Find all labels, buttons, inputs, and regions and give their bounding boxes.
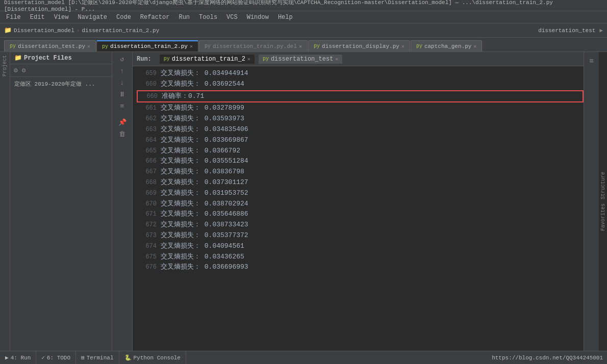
left-sidebar: Project [0,52,10,351]
favorites-label[interactable]: Favorites [600,201,606,233]
list-btn[interactable]: ≡ [119,101,126,111]
left-sidebar-icon1[interactable]: Project [1,54,9,77]
title-text: Dissertation_model [D:\定做区\2019-2020年定做\… [4,0,603,12]
status-python-console[interactable]: 🐍 Python Console [119,351,186,365]
scroll-down-btn[interactable]: ↓ [119,78,126,88]
status-todo[interactable]: ✓ 6: TODO [36,351,76,365]
line-number: 665 [139,146,157,156]
menu-vcs[interactable]: VCS [222,13,242,22]
line-text: 交叉熵损失： 0.035551284 [161,156,248,167]
pause-btn[interactable]: ⏸ [117,90,127,99]
menu-window[interactable]: Window [243,13,273,22]
status-todo-label: 6: TODO [47,355,70,361]
run-side-panel: ↺ ↑ ↓ ⏸ ≡ 📌 🗑 [112,52,133,351]
console-line: 663交叉熵损失： 0.034835406 [137,124,584,135]
toolbar-gear-btn[interactable]: ⚙ [20,65,28,75]
line-text: 交叉熵损失： 0.033669867 [161,135,248,146]
right-sidebar-icon1[interactable]: ≡ [588,56,594,66]
line-text: 交叉熵损失： 0.031953752 [161,188,248,199]
menu-edit[interactable]: Edit [26,13,49,22]
right-file-tab[interactable]: dissertation_test [538,28,595,34]
run-tab-test[interactable]: py dissertation_test ✕ [259,55,342,64]
project-content-text[interactable]: 定做区 2019-2020年定做 ... [10,79,112,89]
run-tab-close2[interactable]: ✕ [335,56,338,62]
line-number: 661 [139,103,157,113]
pin-btn[interactable]: 📌 [117,117,128,127]
line-number: 659 [139,69,157,79]
run-tab-train2[interactable]: py dissertation_train_2 ✕ [160,55,255,64]
line-number: 675 [139,252,157,262]
current-file[interactable]: dissertation_train_2.py [82,28,159,34]
console-line: 675交叉熵损失： 0.03436265 [137,252,584,263]
menu-code[interactable]: Code [112,13,135,22]
line-text: 交叉熵损失： 0.035377372 [161,230,248,241]
menu-view[interactable]: View [50,13,73,22]
title-bar: Dissertation_model [D:\定做区\2019-2020年定做\… [0,0,607,11]
console-line: 661交叉熵损失： 0.03278999 [137,103,584,114]
tab-close-2[interactable]: ✕ [190,43,193,49]
project-icon: 📁 [4,27,12,34]
rerun-btn[interactable]: ↺ [119,54,126,64]
tab-captcha-gen[interactable]: py captcha_gen.py ✕ [411,40,482,51]
structure-label[interactable]: Structure [600,170,606,201]
tab-close-5[interactable]: ✕ [473,43,476,49]
status-url[interactable]: https://blog.csdn.net/QQ344245001 [492,355,603,361]
trash-btn[interactable]: 🗑 [117,129,127,139]
path-separator: › [77,28,80,34]
main-layout: Project 📁 Project Files ⚙ ⚙ 定做区 2019-202… [0,52,607,351]
run-tab-label2: dissertation_test [271,56,333,63]
line-number: 669 [139,189,157,198]
tab-close-4[interactable]: ✕ [401,43,404,49]
run-tab-close1[interactable]: ✕ [247,56,250,62]
right-sidebar: ≡ [584,52,599,351]
right-file-arrow: ▶ [599,27,603,34]
structure-sidebar: Structure Favorites [599,52,607,351]
console-line: 664交叉熵损失： 0.033669867 [137,135,584,146]
console-output[interactable]: 659交叉熵损失： 0.034944914660交叉熵损失： 0.0369254… [133,66,584,351]
console-line: 667交叉熵损失： 0.03836798 [137,167,584,177]
line-text: 交叉熵损失： 0.034835406 [161,124,248,135]
scroll-up-btn[interactable]: ↑ [119,66,126,76]
line-number: 660 [140,92,158,101]
tab-dissertation-test[interactable]: py dissertation_test.py ✕ [4,40,96,51]
console-line: 662交叉熵损失： 0.03593973 [137,114,584,124]
menu-file[interactable]: File [2,13,25,22]
project-name[interactable]: Dissertation_model [14,28,74,34]
console-line: 665交叉熵损失： 0.0366792 [137,146,584,157]
console-line: 676交叉熵损失： 0.036696993 [137,262,584,273]
line-text: 交叉熵损失： 0.03278999 [161,103,244,114]
terminal-icon: ⊞ [81,354,85,361]
line-text: 交叉熵损失： 0.034944914 [161,68,248,79]
project-toolbar: ⚙ ⚙ [10,64,112,77]
tab-dissertation-train2[interactable]: py dissertation_train_2.py ✕ [96,40,198,51]
tab-close-3[interactable]: ✕ [299,43,302,49]
todo-icon: ✓ [41,354,45,361]
run-tab-label1: dissertation_train_2 [172,56,245,63]
menu-run[interactable]: Run [174,13,194,22]
status-python-console-label: Python Console [134,355,181,361]
line-number: 674 [139,242,157,251]
status-terminal[interactable]: ⊞ Terminal [76,351,119,365]
line-text: 交叉熵损失： 0.037301127 [161,177,248,188]
tab-label-3: dissertation_train.py.del [213,43,297,49]
status-run[interactable]: ▶ 4: Run [0,351,36,365]
tab-icon-py2: py [102,44,108,49]
line-number: 667 [139,167,157,177]
line-text: 交叉熵损失： 0.04094561 [161,241,244,252]
menu-navigate[interactable]: Navigate [73,13,111,22]
run-tab-icon2: py [263,56,269,62]
console-line: 674交叉熵损失： 0.04094561 [137,241,584,252]
line-text: 交叉熵损失： 0.0366792 [161,146,240,157]
toolbar-settings-btn[interactable]: ⚙ [12,65,19,75]
project-panel-content: 定做区 2019-2020年定做 ... [10,77,112,351]
tab-dissertation-display[interactable]: py dissertation_display.py ✕ [308,40,410,51]
tab-dissertation-train-del[interactable]: py dissertation_train.py.del ✕ [199,40,308,51]
tab-label-2: dissertation_train_2.py [110,43,188,49]
line-number: 673 [139,231,157,241]
menu-tools[interactable]: Tools [195,13,221,22]
status-left: ▶ 4: Run ✓ 6: TODO ⊞ Terminal 🐍 Python C… [0,351,186,365]
line-text: 交叉熵损失： 0.03836798 [161,167,244,177]
menu-refactor[interactable]: Refactor [136,13,174,22]
tab-close-1[interactable]: ✕ [87,43,90,49]
menu-help[interactable]: Help [274,13,297,22]
